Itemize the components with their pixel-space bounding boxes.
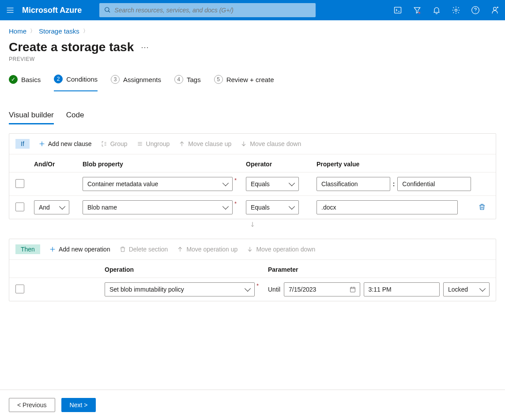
operations-table: Operation Parameter Set blob immutabilit… [9,259,496,301]
operator-select[interactable]: Equals [246,200,299,214]
hamburger-icon[interactable] [5,5,15,15]
move-clause-up-button: Move clause up [178,140,231,147]
move-operation-down-button: Move operation down [246,246,315,253]
condition-row: Container metadata value * Equals Classi… [9,172,496,196]
svg-point-5 [494,7,497,10]
tab-code[interactable]: Code [66,111,84,124]
wizard-footer: < Previous Next > [0,390,505,420]
svg-rect-1 [395,7,401,13]
operator-select[interactable]: Equals [246,177,299,191]
conditions-table: And/Or Blob property Operator Property v… [9,154,496,219]
search-icon [104,6,111,15]
until-label: Until [268,286,280,293]
row-checkbox[interactable] [15,202,24,211]
svg-rect-6 [350,287,355,292]
page-heading: Create a storage task ⋯ PREVIEW [0,38,505,62]
blob-property-select[interactable]: Blob name [83,200,233,214]
check-icon: ✓ [9,75,18,84]
feedback-icon[interactable] [490,5,500,15]
calendar-icon [349,286,356,293]
operation-row: Set blob immutability policy * Until 7/1… [9,278,496,301]
directory-filter-icon[interactable] [412,5,422,15]
preview-badge: PREVIEW [9,56,496,62]
until-date-input[interactable]: 7/15/2023 [284,282,360,296]
breadcrumb-storage-tasks[interactable]: Storage tasks [39,27,79,35]
move-operation-up-button: Move operation up [177,246,237,253]
step-review-create[interactable]: 5 Review + create [214,75,274,91]
header-andor: And/Or [30,154,79,172]
condition-row: And Blob name * Equals [9,196,496,219]
search-box[interactable] [99,3,316,17]
breadcrumb-home[interactable]: Home [9,27,26,35]
blob-property-select[interactable]: Container metadata value [83,177,233,191]
step-conditions[interactable]: 2 Conditions [54,75,98,91]
flow-arrow-icon [0,219,505,230]
group-button: Group [101,140,128,147]
then-operations-card: Then Add new operation Delete section Mo… [9,239,496,301]
delete-section-button: Delete section [119,246,168,253]
help-icon[interactable] [471,5,480,15]
property-key-input[interactable]: Classification [317,177,390,191]
more-actions-icon[interactable]: ⋯ [141,42,149,52]
svg-point-4 [475,12,476,12]
operation-select[interactable]: Set blob immutability policy [105,282,255,296]
svg-point-0 [105,7,109,11]
next-button[interactable]: Next > [61,398,96,412]
property-value-input[interactable]: Confidential [397,177,471,191]
if-conditions-card: If Add new clause Group Ungroup Move cla… [9,133,496,219]
step-assignments[interactable]: 3 Assignments [111,75,161,91]
header-value: Property value [313,154,475,172]
page-title: Create a storage task [9,40,134,54]
step-tags[interactable]: 4 Tags [174,75,201,91]
chevron-right-icon: 〉 [30,27,35,35]
header-operator: Operator [242,154,313,172]
row-checkbox[interactable] [15,179,24,188]
step-basics[interactable]: ✓ Basics [9,75,41,91]
editor-tabs: Visual builder Code [0,91,505,124]
tab-visual-builder[interactable]: Visual builder [9,111,54,124]
svg-point-2 [455,9,457,11]
header-operation: Operation [101,260,264,278]
top-bar: Microsoft Azure [0,0,505,20]
add-clause-button[interactable]: Add new clause [38,140,92,147]
settings-icon[interactable] [451,5,461,15]
cloud-shell-icon[interactable] [393,5,403,15]
previous-button[interactable]: < Previous [9,398,55,412]
if-pill: If [15,139,30,149]
then-pill: Then [15,244,40,254]
property-value-input[interactable]: .docx [317,200,458,214]
add-operation-button[interactable]: Add new operation [49,246,110,253]
search-input[interactable] [114,7,311,14]
notifications-icon[interactable] [432,5,441,15]
header-parameter: Parameter [264,260,496,278]
topbar-actions [393,5,500,15]
lock-mode-select[interactable]: Locked [443,282,490,296]
breadcrumb: Home 〉 Storage tasks 〉 [0,20,505,38]
header-property: Blob property [79,154,242,172]
move-clause-down-button: Move clause down [240,140,301,147]
delete-row-icon[interactable] [478,205,486,212]
chevron-right-icon: 〉 [83,27,88,35]
until-time-input[interactable]: 3:11 PM [364,282,440,296]
andor-select[interactable]: And [34,200,69,214]
wizard-steps: ✓ Basics 2 Conditions 3 Assignments 4 Ta… [0,62,505,91]
brand-label: Microsoft Azure [22,6,82,15]
ungroup-button: Ungroup [136,140,170,147]
row-checkbox[interactable] [15,285,24,293]
